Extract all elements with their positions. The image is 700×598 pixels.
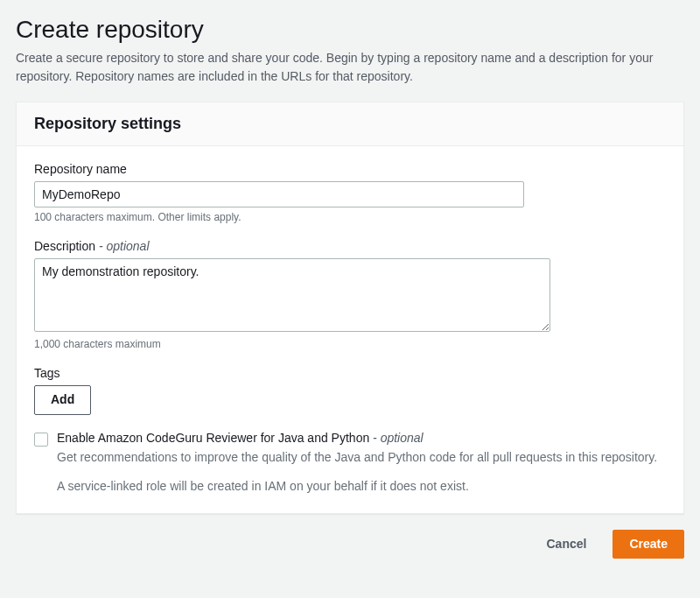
description-label: Description - optional (34, 239, 666, 253)
page-title: Create repository (16, 16, 684, 44)
codeguru-field: Enable Amazon CodeGuru Reviewer for Java… (34, 431, 666, 496)
repo-name-hint: 100 characters maximum. Other limits app… (34, 211, 666, 223)
description-textarea[interactable] (34, 258, 550, 332)
page-description: Create a secure repository to store and … (16, 49, 684, 86)
add-tag-button[interactable]: Add (34, 385, 91, 415)
repo-name-input[interactable] (34, 181, 524, 208)
cancel-button[interactable]: Cancel (530, 531, 602, 559)
codeguru-desc-1: Get recommendations to improve the quali… (57, 448, 666, 467)
panel-header: Repository settings (17, 102, 683, 146)
panel-title: Repository settings (34, 115, 666, 133)
repository-settings-panel: Repository settings Repository name 100 … (16, 102, 684, 514)
description-field: Description - optional 1,000 characters … (34, 239, 666, 350)
tags-label: Tags (34, 366, 666, 380)
codeguru-desc-2: A service-linked role will be created in… (57, 477, 666, 496)
footer-actions: Cancel Create (16, 530, 684, 559)
tags-field: Tags Add (34, 366, 666, 415)
description-hint: 1,000 characters maximum (34, 338, 666, 350)
codeguru-checkbox[interactable] (34, 433, 48, 447)
codeguru-label: Enable Amazon CodeGuru Reviewer for Java… (57, 431, 666, 445)
repo-name-field: Repository name 100 characters maximum. … (34, 162, 666, 223)
create-button[interactable]: Create (612, 530, 684, 559)
repo-name-label: Repository name (34, 162, 666, 176)
